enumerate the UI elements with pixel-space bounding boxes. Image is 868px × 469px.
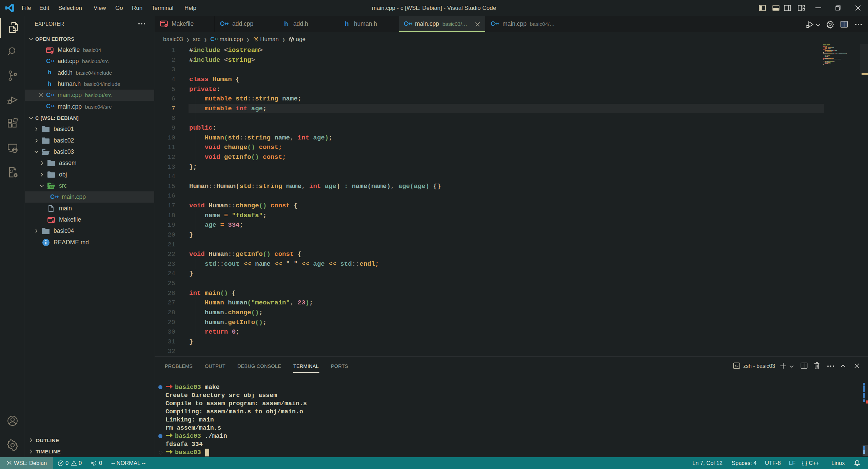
svg-text:</>: </> [50,185,54,189]
